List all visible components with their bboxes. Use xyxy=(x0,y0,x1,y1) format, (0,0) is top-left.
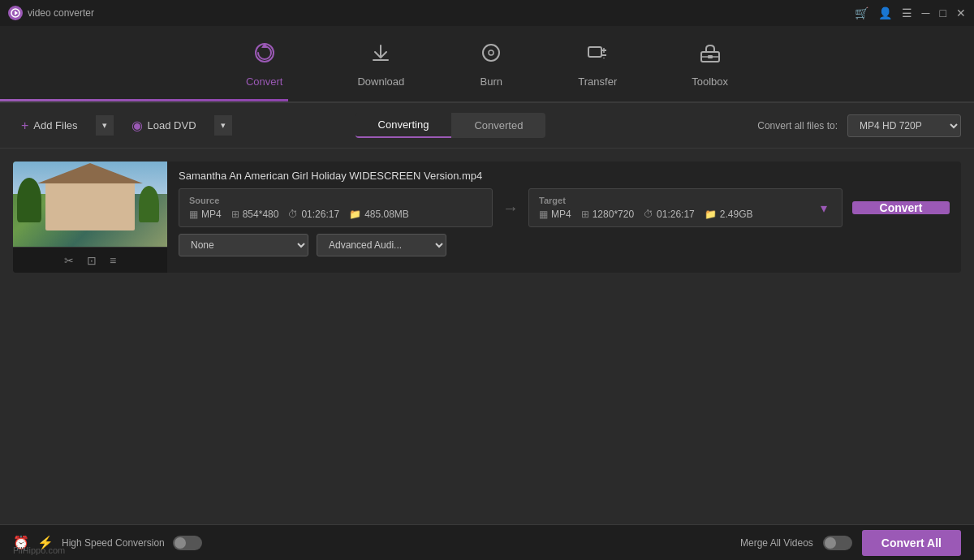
target-inner: Target ▦ MP4 ⊞ 1280*720 ⏱ xyxy=(539,196,806,220)
source-resolution: ⊞ 854*480 xyxy=(231,209,279,220)
speed-toggle[interactable] xyxy=(173,536,202,550)
convert-button[interactable]: Convert xyxy=(852,201,950,214)
speed-label: High Speed Conversion xyxy=(62,537,165,549)
bottom-bar: ⏰ ⚡ High Speed Conversion Merge All Vide… xyxy=(0,524,974,560)
nav-item-download[interactable]: Download xyxy=(344,34,417,94)
source-size: 📁 485.08MB xyxy=(349,209,409,220)
bottom-right: Merge All Videos Convert All xyxy=(740,530,961,556)
target-duration-value: 01:26:17 xyxy=(657,209,695,220)
tab-converted[interactable]: Converted xyxy=(451,113,545,138)
source-size-value: 485.08MB xyxy=(364,209,409,220)
svg-point-6 xyxy=(489,50,493,55)
toolbox-nav-icon xyxy=(698,41,722,71)
scissors-icon[interactable]: ✂ xyxy=(64,254,74,267)
download-nav-icon xyxy=(368,41,393,71)
format-icon: ▦ xyxy=(189,209,198,220)
nav-label-burn: Burn xyxy=(481,75,502,88)
extra-controls-row: None Advanced Audi... xyxy=(179,234,950,256)
source-label: Source xyxy=(189,196,482,205)
target-meta-row: ▦ MP4 ⊞ 1280*720 ⏱ 01:26:17 xyxy=(539,209,806,220)
add-files-dropdown[interactable]: ▾ xyxy=(96,115,114,136)
target-dropdown-arrow[interactable]: ▾ xyxy=(816,199,832,218)
source-box: Source ▦ MP4 ⊞ 854*480 ⏱ xyxy=(179,188,493,227)
nav-label-convert: Convert xyxy=(246,75,283,88)
target-format-icon: ▦ xyxy=(539,209,548,220)
title-bar: video converter 🛒 👤 ☰ ─ □ ✕ xyxy=(0,0,974,26)
crop-icon[interactable]: ⊡ xyxy=(87,254,97,267)
toolbar: + Add Files ▾ ◉ Load DVD ▾ Converting Co… xyxy=(0,103,974,149)
thumbnail-tree1 xyxy=(17,178,41,222)
add-files-label: Add Files xyxy=(33,119,77,131)
menu-icon[interactable]: ☰ xyxy=(902,6,912,19)
convert-nav-icon xyxy=(252,41,277,71)
source-inner: Source ▦ MP4 ⊞ 854*480 ⏱ xyxy=(189,196,482,220)
svg-rect-7 xyxy=(588,47,601,57)
thumbnail-house xyxy=(45,182,135,230)
target-size: 📁 2.49GB xyxy=(705,209,753,220)
target-resolution: ⊞ 1280*720 xyxy=(581,209,634,220)
target-duration: ⏱ 01:26:17 xyxy=(644,209,695,220)
thumbnail-roof xyxy=(37,163,143,183)
settings-icon[interactable]: ≡ xyxy=(110,254,116,267)
source-duration: ⏱ 01:26:17 xyxy=(288,209,339,220)
nav-bar: Convert Download Burn Tran xyxy=(0,26,974,103)
app-title: video converter xyxy=(28,7,94,19)
load-dvd-label: Load DVD xyxy=(148,119,196,131)
app-icon xyxy=(8,6,23,20)
nav-label-toolbox: Toolbox xyxy=(692,75,728,88)
target-size-value: 2.49GB xyxy=(720,209,753,220)
tab-converting[interactable]: Converting xyxy=(356,113,452,138)
source-meta-row: ▦ MP4 ⊞ 854*480 ⏱ 01:26:17 xyxy=(189,209,482,220)
thumbnail-controls: ✂ ⊡ ≡ xyxy=(13,247,167,273)
source-format-value: MP4 xyxy=(201,209,222,220)
file-thumbnail: ✂ ⊡ ≡ xyxy=(13,162,167,273)
user-icon[interactable]: 👤 xyxy=(878,6,892,19)
transfer-nav-icon xyxy=(585,41,610,71)
target-resolution-icon: ⊞ xyxy=(581,209,589,220)
source-resolution-value: 854*480 xyxy=(243,209,279,220)
nav-item-toolbox[interactable]: Toolbox xyxy=(679,34,741,94)
merge-label: Merge All Videos xyxy=(740,537,813,549)
add-files-button[interactable]: + Add Files xyxy=(13,114,86,138)
convert-all-label: Convert all files to: xyxy=(757,120,838,131)
target-resolution-value: 1280*720 xyxy=(593,209,634,220)
thumbnail-image xyxy=(13,162,167,247)
nav-label-transfer: Transfer xyxy=(578,75,617,88)
audio-select[interactable]: Advanced Audi... xyxy=(317,234,446,256)
svg-rect-13 xyxy=(708,55,713,58)
merge-toggle[interactable] xyxy=(823,536,852,550)
arrow-icon: → xyxy=(502,199,519,218)
load-dvd-button[interactable]: ◉ Load DVD xyxy=(123,113,205,138)
subtitle-select[interactable]: None xyxy=(179,234,308,256)
thumbnail-tree2 xyxy=(139,186,159,222)
resolution-icon: ⊞ xyxy=(231,209,239,220)
file-info: Samantha An American Girl Holiday WIDESC… xyxy=(167,162,961,273)
nav-item-burn[interactable]: Burn xyxy=(466,34,516,94)
nav-item-transfer[interactable]: Transfer xyxy=(565,34,630,94)
cart-icon[interactable]: 🛒 xyxy=(855,6,868,19)
nav-item-convert[interactable]: Convert xyxy=(233,34,296,94)
burn-nav-icon xyxy=(479,41,503,71)
duration-icon: ⏱ xyxy=(288,209,298,220)
target-format: ▦ MP4 xyxy=(539,209,571,220)
size-icon: 📁 xyxy=(349,209,361,220)
minimize-icon[interactable]: ─ xyxy=(922,6,930,19)
watermark: FilHippo.com xyxy=(13,545,65,555)
target-box: Target ▦ MP4 ⊞ 1280*720 ⏱ xyxy=(528,188,843,227)
convert-all-button[interactable]: Convert All xyxy=(862,530,961,556)
file-item: ✂ ⊡ ≡ Samantha An American Girl Holiday … xyxy=(13,162,961,273)
maximize-icon[interactable]: □ xyxy=(940,6,946,19)
content-area: ✂ ⊡ ≡ Samantha An American Girl Holiday … xyxy=(0,149,974,524)
file-name: Samantha An American Girl Holiday WIDESC… xyxy=(179,170,950,182)
target-label: Target xyxy=(539,196,806,205)
app-branding: video converter xyxy=(8,6,94,20)
load-dvd-dropdown[interactable]: ▾ xyxy=(214,115,232,136)
source-format: ▦ MP4 xyxy=(189,209,222,220)
target-duration-icon: ⏱ xyxy=(644,209,653,220)
source-target-row: Source ▦ MP4 ⊞ 854*480 ⏱ xyxy=(179,188,950,227)
dvd-icon: ◉ xyxy=(131,118,143,133)
format-select[interactable]: MP4 HD 720P xyxy=(847,114,961,137)
close-icon[interactable]: ✕ xyxy=(956,6,966,19)
titlebar-controls: 🛒 👤 ☰ ─ □ ✕ xyxy=(855,6,966,19)
target-format-value: MP4 xyxy=(551,209,571,220)
